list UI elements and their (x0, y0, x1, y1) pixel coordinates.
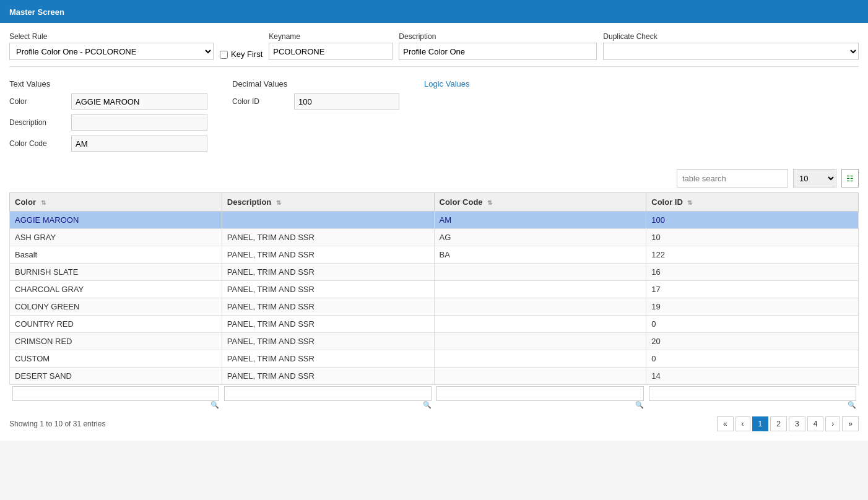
key-first-checkbox[interactable] (220, 51, 228, 59)
description-field-row: Description (9, 114, 207, 131)
cell-colorid: 10 (646, 229, 859, 246)
sort-color-icon: ⇅ (41, 199, 46, 206)
table-row[interactable]: BasaltPANEL, TRIM AND SSRBA122 (10, 246, 859, 264)
table-row[interactable]: AGGIE MAROONAM100 (10, 212, 859, 229)
table-row[interactable]: ASH GRAYPANEL, TRIM AND SSRAG10 (10, 229, 859, 246)
col-colorid[interactable]: Color ID ⇅ (646, 193, 859, 212)
cell-colorid: 19 (646, 298, 859, 316)
keyname-label: Keyname (269, 32, 393, 41)
cell-colorcode (434, 333, 646, 350)
app-title: Master Screen (9, 7, 64, 17)
colorid-field-input[interactable] (294, 93, 399, 110)
filter-color-input[interactable] (12, 386, 220, 401)
logic-values-title: Logic Values (424, 79, 469, 88)
cell-colorid: 100 (646, 212, 859, 229)
top-form: Select Rule Profile Color One - PCOLORON… (9, 32, 859, 60)
page-2-button[interactable]: 2 (770, 416, 787, 431)
filter-colorcode-cell: 🔍 (434, 385, 646, 411)
cell-color: CUSTOM (10, 350, 222, 368)
colorcode-field-label: Color Code (9, 139, 65, 148)
table-row[interactable]: COLONY GREENPANEL, TRIM AND SSR19 (10, 298, 859, 316)
cell-color: CHARCOAL GRAY (10, 281, 222, 298)
main-content: Select Rule Profile Color One - PCOLORON… (0, 23, 868, 441)
cell-color: BURNISH SLATE (10, 264, 222, 281)
page-next-button[interactable]: › (825, 416, 840, 431)
cell-description: PANEL, TRIM AND SSR (222, 246, 434, 264)
decimal-values-title: Decimal Values (232, 79, 399, 88)
export-icon: ☷ (846, 174, 854, 183)
col-colorcode[interactable]: Color Code ⇅ (434, 193, 646, 212)
page-3-button[interactable]: 3 (789, 416, 805, 431)
middle-section: Text Values Color Description Color Code… (9, 73, 859, 169)
keyname-input[interactable] (269, 43, 393, 60)
table-search-input[interactable] (677, 169, 788, 188)
cell-description: PANEL, TRIM AND SSR (222, 264, 434, 281)
color-field-input[interactable] (71, 93, 207, 110)
filter-description-input[interactable] (224, 386, 432, 401)
filter-colorid-input[interactable] (649, 386, 856, 401)
cell-colorcode: BA (434, 246, 646, 264)
cell-description: PANEL, TRIM AND SSR (222, 229, 434, 246)
select-rule-dropdown[interactable]: Profile Color One - PCOLORONE (9, 43, 214, 60)
pagination-buttons: « ‹ 1 2 3 4 › » (717, 416, 859, 431)
export-button[interactable]: ☷ (841, 169, 859, 188)
keyname-group: Keyname (269, 32, 393, 60)
cell-color: COLONY GREEN (10, 298, 222, 316)
showing-text: Showing 1 to 10 of 31 entries (9, 420, 105, 428)
filter-colorcode-input[interactable] (436, 386, 644, 401)
cell-description: PANEL, TRIM AND SSR (222, 333, 434, 350)
cell-colorcode (434, 298, 646, 316)
sort-colorcode-icon: ⇅ (487, 199, 492, 206)
cell-colorcode: AG (434, 229, 646, 246)
table-row[interactable]: DESERT SANDPANEL, TRIM AND SSR14 (10, 368, 859, 385)
cell-description: PANEL, TRIM AND SSR (222, 281, 434, 298)
filter-colorid-cell: 🔍 (646, 385, 859, 411)
description-group: Description (399, 32, 597, 60)
filter-color-cell: 🔍 (10, 385, 222, 411)
colorcode-field-input[interactable] (71, 136, 207, 152)
dupcheck-dropdown[interactable] (603, 43, 859, 60)
page-4-button[interactable]: 4 (807, 416, 824, 431)
filter-description-icon: 🔍 (423, 401, 432, 409)
color-field-row: Color (9, 93, 207, 110)
key-first-label: Key First (231, 50, 263, 59)
cell-colorcode (434, 368, 646, 385)
table-header-row: Color ⇅ Description ⇅ Color Code ⇅ Color… (10, 193, 859, 212)
description-top-input[interactable] (399, 43, 597, 60)
page-prev-button[interactable]: ‹ (736, 416, 750, 431)
filter-color-icon: 🔍 (210, 401, 219, 409)
cell-colorcode: AM (434, 212, 646, 229)
cell-colorid: 17 (646, 281, 859, 298)
table-row[interactable]: CUSTOMPANEL, TRIM AND SSR0 (10, 350, 859, 368)
page-1-button[interactable]: 1 (752, 416, 769, 431)
text-values-title: Text Values (9, 79, 207, 88)
select-rule-label: Select Rule (9, 32, 214, 41)
col-color[interactable]: Color ⇅ (10, 193, 222, 212)
page-last-button[interactable]: » (842, 416, 859, 431)
description-field-input[interactable] (71, 114, 207, 131)
cell-colorcode (434, 264, 646, 281)
cell-colorid: 0 (646, 350, 859, 368)
table-row[interactable]: CHARCOAL GRAYPANEL, TRIM AND SSR17 (10, 281, 859, 298)
dupcheck-group: Duplicate Check (603, 32, 859, 60)
page-first-button[interactable]: « (717, 416, 734, 431)
col-description[interactable]: Description ⇅ (222, 193, 434, 212)
cell-colorid: 20 (646, 333, 859, 350)
cell-colorid: 14 (646, 368, 859, 385)
table-row[interactable]: BURNISH SLATEPANEL, TRIM AND SSR16 (10, 264, 859, 281)
cell-description (222, 212, 434, 229)
cell-colorcode (434, 350, 646, 368)
divider-1 (9, 66, 859, 67)
filter-colorcode-icon: 🔍 (635, 401, 644, 409)
sort-colorid-icon: ⇅ (687, 199, 692, 206)
page-size-select[interactable]: 10 25 50 100 (793, 169, 836, 188)
table-filter-row: 🔍 🔍 🔍 🔍 (10, 385, 859, 411)
table-row[interactable]: CRIMSON REDPANEL, TRIM AND SSR20 (10, 333, 859, 350)
table-row[interactable]: COUNTRY REDPANEL, TRIM AND SSR0 (10, 316, 859, 333)
pagination-bar: Showing 1 to 10 of 31 entries « ‹ 1 2 3 … (9, 416, 859, 431)
decimal-values-section: Decimal Values Color ID (232, 79, 399, 157)
dupcheck-label: Duplicate Check (603, 32, 859, 41)
description-top-label: Description (399, 32, 597, 41)
title-bar: Master Screen (0, 0, 868, 23)
colorcode-field-row: Color Code (9, 136, 207, 152)
